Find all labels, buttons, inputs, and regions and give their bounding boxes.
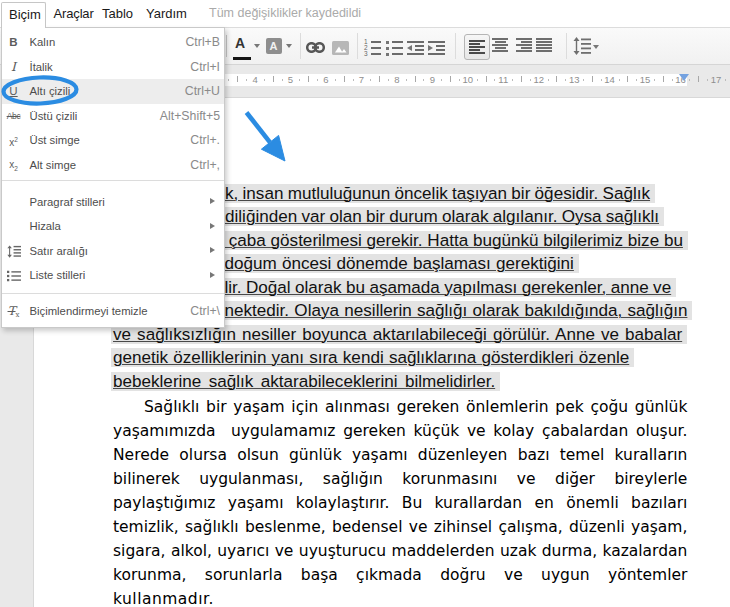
submenu-arrow-icon <box>210 223 215 229</box>
align-center-button[interactable] <box>492 38 508 53</box>
ruler-number: 4 <box>252 74 257 86</box>
ruler-tick <box>282 79 283 81</box>
menubar-item-bicim[interactable]: Biçim <box>1 2 46 28</box>
doc-line[interactable]: yaşamımızda uygulamamız gereken küçük ve… <box>113 419 687 443</box>
doc-line[interactable]: kullanmadır. <box>113 587 687 607</box>
bulleted-list-button[interactable] <box>386 40 403 58</box>
ruler-tick <box>725 79 726 81</box>
menu-separator <box>2 293 224 294</box>
ruler-tick <box>344 76 345 82</box>
menubar-item-araclar[interactable]: Araçlar <box>54 0 94 27</box>
menubar-item-tablo[interactable]: Tablo <box>102 0 133 27</box>
menu-item-ust-simge[interactable]: x2 Üst simge Ctrl+. <box>2 128 224 153</box>
align-left-button[interactable] <box>464 34 490 60</box>
text-color-bar <box>233 57 251 61</box>
text-color-glyph: A <box>235 35 245 51</box>
decrease-indent-button[interactable] <box>407 40 424 58</box>
ruler-number: 7 <box>359 74 364 86</box>
ruler-tick <box>406 79 407 81</box>
doc-line[interactable]: paylaştığımız yaşamı kolaylaştırır. Bu k… <box>113 491 687 515</box>
doc-line[interactable]: korunma, sorunlarla başa çıkmada doğru v… <box>113 563 687 587</box>
menu-item-hizala[interactable]: Hizala <box>2 214 224 239</box>
strikethrough-icon: Abc <box>5 104 23 129</box>
doc-line[interactable]: genetik özelliklerinin yanı sıra kendi s… <box>111 346 634 370</box>
ruler-tick <box>335 79 336 81</box>
doc-line[interactable]: sigara, alkol, uyarıcı ve uyuşturucu mad… <box>113 539 687 563</box>
menu-item-alti-cizili[interactable]: U Altı çizili Ctrl+U <box>2 79 224 104</box>
ruler-tick <box>689 79 690 81</box>
doc-line[interactable]: temizlik, sağlıklı beslenme, bedensel ve… <box>113 515 687 539</box>
menu-item-label: Üstü çizili <box>30 104 78 129</box>
ruler-number: 17 <box>711 74 722 86</box>
ruler-number: 11 <box>498 74 508 86</box>
doc-line[interactable]: doğum öncesi dönemde başlaması gerektiği… <box>223 252 579 276</box>
ruler-number: 13 <box>569 74 580 86</box>
ruler-tick <box>565 79 566 81</box>
menu-item-liste-stilleri[interactable]: Liste stilleri <box>2 263 224 288</box>
numbered-list-button[interactable]: 1 2 3 <box>364 40 381 58</box>
ruler-tick <box>619 79 620 81</box>
ruler-tick <box>379 76 380 82</box>
ruler-tick <box>264 79 265 81</box>
menu-item-alt-simge[interactable]: x2 Alt simge Ctrl+, <box>2 153 224 178</box>
doc-line[interactable]: bebeklerine sağlık aktarabileceklerini b… <box>111 370 500 394</box>
insert-link-button[interactable] <box>306 42 325 53</box>
menu-item-shortcut: Ctrl+. <box>190 128 220 153</box>
doc-line[interactable]: bilinerek uygulanması, sağlığın korunmas… <box>113 467 687 491</box>
menu-item-kalin[interactable]: B Kalın Ctrl+B <box>2 30 224 55</box>
ruler-tick <box>415 76 416 82</box>
highlight-color-dropdown-arrow[interactable] <box>286 44 292 48</box>
bulleted-list-icon <box>5 263 23 288</box>
line-spacing-dropdown-arrow[interactable] <box>593 45 599 49</box>
ruler-tick <box>583 79 584 81</box>
ruler-tick <box>494 79 495 81</box>
align-right-button[interactable] <box>516 38 532 53</box>
ruler-tick <box>521 76 522 82</box>
toolbar-separator <box>455 33 456 59</box>
ruler-number: 15 <box>640 74 651 86</box>
doc-line[interactable]: Nerede olursa olsun günlük yaşamı düzenl… <box>113 443 687 467</box>
menu-item-shortcut: Ctrl+U <box>185 79 220 104</box>
text-color-dropdown-arrow[interactable] <box>254 44 260 48</box>
save-status-text[interactable]: Tüm değişiklikler kaydedildi <box>209 0 361 27</box>
line-spacing-button[interactable] <box>573 37 591 55</box>
menu-item-shortcut: Alt+Shift+5 <box>160 104 220 129</box>
menu-item-ustu-cizili[interactable]: Abc Üstü çizili Alt+Shift+5 <box>2 104 224 129</box>
doc-line[interactable]: çaba gösterilmesi gerekir. Hatta bugünkü… <box>222 229 688 253</box>
menubar-item-yardim[interactable]: Yardım <box>146 0 187 27</box>
doc-line[interactable]: nektedir. Olaya nesillerin sağlığı olara… <box>223 299 693 323</box>
insert-image-button[interactable] <box>332 41 349 55</box>
ruler-number: 8 <box>394 74 399 86</box>
toolbar-separator <box>357 33 358 59</box>
menu-item-italik[interactable]: I İtalik Ctrl+I <box>2 55 224 80</box>
ruler-tick <box>237 76 238 82</box>
text-color-button[interactable]: A <box>232 32 254 60</box>
ruler-tick <box>627 76 628 82</box>
menu-item-label: Satır aralığı <box>30 239 88 264</box>
increase-indent-button[interactable] <box>428 40 445 58</box>
numbered-list-digit: 3 <box>364 50 368 57</box>
menu-item-shortcut: Ctrl+I <box>190 55 220 80</box>
format-menu: B Kalın Ctrl+B I İtalik Ctrl+I U Altı çi… <box>1 27 225 328</box>
menu-separator <box>2 180 224 181</box>
doc-line[interactable]: k, insan mutluluğunun öncelik taşıyan bi… <box>223 182 655 206</box>
submenu-arrow-icon <box>210 272 215 278</box>
ruler-number: 5 <box>288 74 293 86</box>
ruler-tick <box>672 79 673 81</box>
highlight-color-glyph: A <box>270 40 278 52</box>
doc-line[interactable]: diliğinden var olan bir durum olarak alg… <box>223 205 664 229</box>
align-justify-button[interactable] <box>536 38 552 53</box>
doc-line[interactable]: lir. Doğal olarak bu aşamada yapılması g… <box>223 276 677 300</box>
doc-line[interactable]: Sağlıklı bir yaşam için alınması gereken… <box>113 395 687 419</box>
ruler-number: 9 <box>430 74 435 86</box>
menu-item-satir-araligi[interactable]: Satır aralığı <box>2 239 224 264</box>
menu-item-paragraf-stilleri[interactable]: Paragraf stilleri <box>2 190 224 215</box>
ruler-tick <box>530 79 531 81</box>
right-indent-marker[interactable] <box>679 74 689 81</box>
ruler-tick <box>317 79 318 81</box>
highlight-color-button[interactable]: A <box>266 38 282 54</box>
menu-item-label: Kalın <box>30 30 56 55</box>
ruler-tick <box>299 79 300 81</box>
ruler-tick <box>441 79 442 81</box>
menu-item-bicimlendirmeyi-temizle[interactable]: Tx Biçimlendirmeyi temizle Ctrl+\ <box>2 299 224 324</box>
